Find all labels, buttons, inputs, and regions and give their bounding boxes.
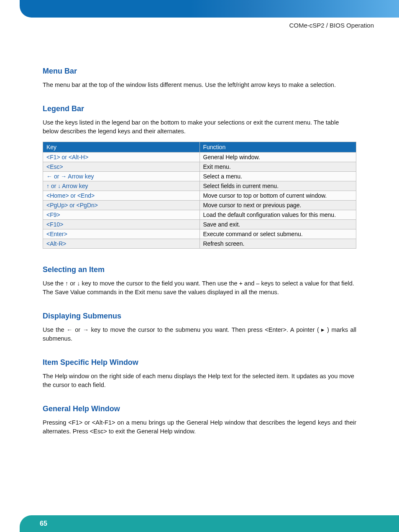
table-row: <F10>Save and exit. (43, 220, 356, 229)
section-item-help: Item Specific Help Window The Help windo… (43, 358, 356, 389)
section-body: The menu bar at the top of the window li… (43, 81, 356, 89)
key-cell: <PgUp> or <PgDn> (43, 201, 200, 210)
header-accent-bar (20, 0, 399, 18)
section-menu-bar: Menu Bar The menu bar at the top of the … (43, 67, 356, 89)
section-legend-bar: Legend Bar Use the keys listed in the le… (43, 104, 356, 249)
function-cell: Move cursor to top or bottom of current … (200, 191, 356, 201)
table-row: <F1> or <Alt-H>General Help window. (43, 153, 356, 162)
section-title: Item Specific Help Window (43, 358, 356, 367)
col-header-key: Key (43, 142, 200, 153)
section-body: Use the ← or → key to move the cursor to… (43, 326, 356, 343)
key-cell: <Enter> (43, 229, 200, 239)
function-cell: Refresh screen. (200, 239, 356, 249)
function-cell: General Help window. (200, 153, 356, 162)
table-row: <Home> or <End>Move cursor to top or bot… (43, 191, 356, 201)
section-submenus: Displaying Submenus Use the ← or → key t… (43, 312, 356, 343)
section-title: General Help Window (43, 405, 356, 413)
page-content: Menu Bar The menu bar at the top of the … (43, 67, 356, 451)
table-row: <PgUp> or <PgDn>Move cursor to next or p… (43, 201, 356, 210)
legend-keys-table: Key Function <F1> or <Alt-H>General Help… (43, 142, 356, 249)
key-cell: ↑ or ↓ Arrow key (43, 181, 200, 191)
section-title: Displaying Submenus (43, 312, 356, 321)
table-row: ← or → Arrow keySelect a menu. (43, 172, 356, 181)
breadcrumb: COMe-cSP2 / BIOS Operation (289, 22, 374, 29)
section-title: Selecting an Item (43, 265, 356, 274)
key-cell: <Home> or <End> (43, 191, 200, 201)
table-row: <Esc>Exit menu. (43, 162, 356, 172)
key-cell: <Alt-R> (43, 239, 200, 249)
table-row: <Enter>Execute command or select submenu… (43, 229, 356, 239)
function-cell: Move cursor to next or previous page. (200, 201, 356, 210)
key-cell: <F1> or <Alt-H> (43, 153, 200, 162)
page-number: 65 (40, 520, 47, 527)
footer-bar: 65 (20, 515, 399, 532)
section-selecting-item: Selecting an Item Use the ↑ or ↓ key to … (43, 265, 356, 297)
section-title: Menu Bar (43, 67, 356, 76)
function-cell: Save and exit. (200, 220, 356, 229)
section-body: Use the ↑ or ↓ key to move the cursor to… (43, 279, 356, 297)
section-body: Pressing <F1> or <Alt-F1> on a menu brin… (43, 418, 356, 436)
section-general-help: General Help Window Pressing <F1> or <Al… (43, 405, 356, 436)
key-cell: <F9> (43, 210, 200, 220)
function-cell: Load the default configuration values fo… (200, 210, 356, 220)
section-body: Use the keys listed in the legend bar on… (43, 118, 356, 136)
function-cell: Exit menu. (200, 162, 356, 172)
col-header-function: Function (200, 142, 356, 153)
key-cell: ← or → Arrow key (43, 172, 200, 181)
function-cell: Select fields in current menu. (200, 181, 356, 191)
section-body: The Help window on the right side of eac… (43, 372, 356, 389)
table-row: <Alt-R>Refresh screen. (43, 239, 356, 249)
table-row: ↑ or ↓ Arrow keySelect fields in current… (43, 181, 356, 191)
function-cell: Execute command or select submenu. (200, 229, 356, 239)
table-row: <F9>Load the default configuration value… (43, 210, 356, 220)
function-cell: Select a menu. (200, 172, 356, 181)
section-title: Legend Bar (43, 104, 356, 113)
key-cell: <F10> (43, 220, 200, 229)
key-cell: <Esc> (43, 162, 200, 172)
